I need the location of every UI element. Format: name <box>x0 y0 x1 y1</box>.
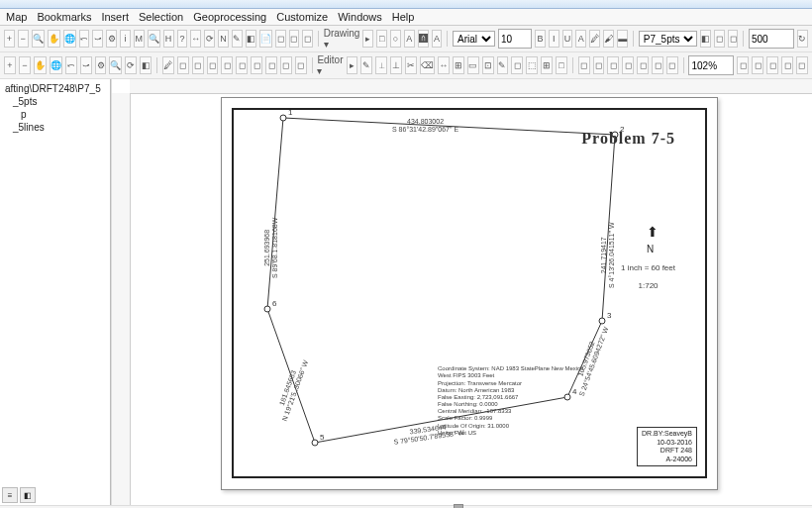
editor-btn-14[interactable]: □ <box>556 56 567 74</box>
std-btn-18[interactable]: 📄 <box>259 30 272 48</box>
edit-btn-7[interactable]: ◻ <box>265 56 277 74</box>
draw-btn-3[interactable]: A <box>404 30 415 48</box>
editor-btn-12[interactable]: ⬚ <box>526 56 538 74</box>
geo-btn-0[interactable]: ◻ <box>578 56 590 74</box>
end-btn-2[interactable]: ◻ <box>766 56 778 74</box>
editor-btn-5[interactable]: ⌫ <box>420 56 435 74</box>
nav-btn-9[interactable]: ◧ <box>140 56 152 74</box>
toc-tab-icon[interactable]: ◧ <box>20 487 36 503</box>
style-btn-0[interactable]: B <box>535 30 546 48</box>
draw-btn-5[interactable]: A <box>432 30 443 48</box>
editor-btn-11[interactable]: ◻ <box>511 56 523 74</box>
editor-btn-1[interactable]: ✎ <box>360 56 372 74</box>
std-btn-6[interactable]: ⤻ <box>92 30 103 48</box>
nav-btn-8[interactable]: ⟳ <box>125 56 137 74</box>
rot-btn-0[interactable]: ↻ <box>797 30 808 48</box>
edit-btn-9[interactable]: ◻ <box>295 56 307 74</box>
std-btn-21[interactable]: ◻ <box>302 30 313 48</box>
layer-btn-1[interactable]: ◻ <box>714 30 725 48</box>
edit-btn-6[interactable]: ◻ <box>251 56 262 74</box>
std-btn-0[interactable]: + <box>4 30 15 48</box>
menu-help[interactable]: Help <box>392 11 415 23</box>
std-btn-20[interactable]: ◻ <box>289 30 300 48</box>
menu-map[interactable]: Map <box>6 11 27 23</box>
edit-btn-1[interactable]: ◻ <box>177 56 189 74</box>
style-btn-3[interactable]: A <box>575 30 586 48</box>
toc-item[interactable]: afting\DRFT248\P7_5 <box>3 82 107 95</box>
draw-btn-4[interactable]: 🅰 <box>418 30 429 48</box>
toc-tabs[interactable]: ≡ ◧ <box>2 487 36 503</box>
std-btn-9[interactable]: M <box>134 30 145 48</box>
editor-btn-13[interactable]: ⊞ <box>541 56 553 74</box>
layer-select[interactable]: P7_5pts <box>639 31 697 47</box>
std-btn-8[interactable]: i <box>120 30 131 48</box>
std-btn-10[interactable]: 🔍 <box>148 30 160 48</box>
std-btn-4[interactable]: 🌐 <box>63 30 76 48</box>
toc-item[interactable]: p <box>3 108 107 121</box>
std-btn-5[interactable]: ⤺ <box>79 30 90 48</box>
geo-btn-1[interactable]: ◻ <box>593 56 605 74</box>
toc-item[interactable]: _5lines <box>3 121 107 134</box>
edit-btn-3[interactable]: ◻ <box>207 56 219 74</box>
std-btn-15[interactable]: N <box>218 30 229 48</box>
layout-page[interactable]: 123456 434.803002S 86°31'42.89"067" E241… <box>221 97 718 490</box>
end-btn-0[interactable]: ◻ <box>737 56 749 74</box>
menu-bookmarks[interactable]: Bookmarks <box>37 11 91 23</box>
editor-btn-7[interactable]: ⊞ <box>453 56 464 74</box>
edit-btn-0[interactable]: 🖉 <box>162 56 174 74</box>
nav-btn-0[interactable]: + <box>4 56 16 74</box>
style-btn-6[interactable]: ▬ <box>617 30 628 48</box>
editor-btn-3[interactable]: ⊥ <box>390 56 402 74</box>
font-size-input[interactable] <box>498 29 532 49</box>
std-btn-16[interactable]: ✎ <box>232 30 243 48</box>
edit-btn-2[interactable]: ◻ <box>192 56 204 74</box>
editor-btn-0[interactable]: ▸ <box>347 56 358 74</box>
layout-canvas[interactable]: 123456 434.803002S 86°31'42.89"067" E241… <box>111 79 812 505</box>
edit-btn-8[interactable]: ◻ <box>280 56 292 74</box>
editor-btn-10[interactable]: ✎ <box>497 56 509 74</box>
toc-tab-icon[interactable]: ≡ <box>2 487 18 503</box>
zoom-input[interactable] <box>688 55 734 75</box>
edit-btn-5[interactable]: ◻ <box>236 56 248 74</box>
nav-btn-7[interactable]: 🔍 <box>109 56 122 74</box>
std-btn-11[interactable]: H <box>163 30 174 48</box>
std-btn-14[interactable]: ⟳ <box>204 30 215 48</box>
geo-btn-6[interactable]: ◻ <box>666 56 678 74</box>
end-btn-1[interactable]: ◻ <box>752 56 763 74</box>
layer-btn-2[interactable]: ◻ <box>728 30 739 48</box>
style-btn-2[interactable]: U <box>562 30 573 48</box>
style-btn-5[interactable]: 🖌 <box>603 30 614 48</box>
editor-btn-8[interactable]: ▭ <box>467 56 479 74</box>
style-btn-1[interactable]: I <box>549 30 559 48</box>
edit-btn-4[interactable]: ◻ <box>221 56 233 74</box>
std-btn-13[interactable]: ↔ <box>190 30 201 48</box>
font-select[interactable]: Arial <box>453 31 495 47</box>
editor-btn-9[interactable]: ⊡ <box>482 56 494 74</box>
geo-btn-5[interactable]: ◻ <box>652 56 663 74</box>
geo-btn-4[interactable]: ◻ <box>637 56 649 74</box>
draw-btn-2[interactable]: ○ <box>390 30 401 48</box>
rotation-input[interactable] <box>749 29 794 49</box>
menu-windows[interactable]: Windows <box>338 11 382 23</box>
editor-menu[interactable]: Editor ▾ <box>317 54 343 76</box>
menu-geoprocessing[interactable]: Geoprocessing <box>193 11 266 23</box>
style-btn-4[interactable]: 🖉 <box>589 30 600 48</box>
nav-btn-6[interactable]: ⚙ <box>95 56 107 74</box>
std-btn-12[interactable]: ? <box>177 30 188 48</box>
nav-btn-3[interactable]: 🌐 <box>50 56 62 74</box>
std-btn-17[interactable]: ◧ <box>246 30 256 48</box>
std-btn-2[interactable]: 🔍 <box>32 30 45 48</box>
nav-btn-2[interactable]: ✋ <box>34 56 47 74</box>
editor-btn-4[interactable]: ✂ <box>405 56 417 74</box>
menu-customize[interactable]: Customize <box>276 11 328 23</box>
menu-insert[interactable]: Insert <box>101 11 129 23</box>
nav-btn-5[interactable]: ⤻ <box>80 56 92 74</box>
drawing-menu[interactable]: Drawing ▾ <box>324 28 360 50</box>
editor-btn-2[interactable]: ⟂ <box>375 56 387 74</box>
layer-btn-0[interactable]: ◧ <box>700 30 711 48</box>
toc-item[interactable]: _5pts <box>3 95 107 108</box>
nav-btn-4[interactable]: ⤺ <box>65 56 77 74</box>
draw-btn-0[interactable]: ▸ <box>362 30 373 48</box>
editor-btn-6[interactable]: ↔ <box>438 56 450 74</box>
geo-btn-2[interactable]: ◻ <box>607 56 619 74</box>
